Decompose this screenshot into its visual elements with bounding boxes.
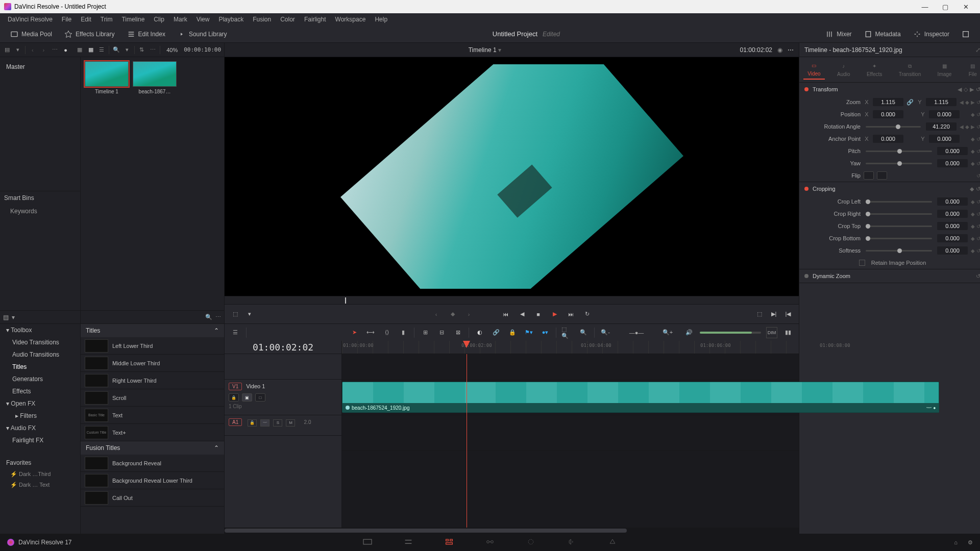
fx-fairlightfx[interactable]: Fairlight FX bbox=[0, 434, 80, 446]
dynamic-zoom-header[interactable]: Dynamic Zoom↺ bbox=[799, 269, 980, 283]
nav-fwd-icon[interactable]: › bbox=[40, 46, 48, 54]
thumb-timeline-1[interactable]: Timeline 1 bbox=[85, 61, 129, 94]
match-frame-icon[interactable]: ⬚ bbox=[754, 309, 765, 320]
page-color[interactable] bbox=[526, 538, 536, 547]
retain-checkbox[interactable] bbox=[859, 260, 865, 266]
tab-audio[interactable]: ♪Audio bbox=[833, 61, 854, 79]
anchor-x-field[interactable]: 0.000 bbox=[873, 135, 903, 143]
anchor-y-field[interactable]: 0.000 bbox=[929, 135, 960, 143]
softness-field[interactable]: 0.000 bbox=[937, 246, 968, 255]
maximize-button[interactable]: ▢ bbox=[935, 0, 955, 13]
prev-edit-icon[interactable]: ‹ bbox=[431, 309, 442, 320]
loop-button[interactable]: ↻ bbox=[582, 309, 593, 320]
master-bin[interactable]: Master bbox=[0, 60, 80, 73]
go-start-button[interactable]: ⏮ bbox=[500, 309, 511, 320]
timeline-scrollbar[interactable] bbox=[225, 528, 799, 534]
menu-trim[interactable]: Trim bbox=[96, 16, 117, 23]
fx-favorites[interactable]: Favorites bbox=[0, 457, 80, 469]
fx-generators[interactable]: Generators bbox=[0, 373, 80, 385]
selection-tool[interactable]: ➤ bbox=[349, 327, 360, 338]
metadata-toggle[interactable]: Metadata bbox=[859, 28, 906, 40]
thumb-beach[interactable]: beach-1867… bbox=[133, 61, 177, 94]
zoom-out-icon[interactable]: 🔍- bbox=[600, 327, 611, 338]
pos-x-field[interactable]: 0.000 bbox=[873, 110, 903, 118]
page-fusion[interactable] bbox=[485, 538, 495, 547]
index-icon[interactable]: ☰ bbox=[230, 327, 241, 338]
sound-library-toggle[interactable]: Sound Library bbox=[173, 28, 232, 40]
title-right-lower-third[interactable]: Right Lower Third bbox=[81, 372, 224, 389]
a1-mute[interactable]: M bbox=[286, 419, 295, 427]
menu-fairlight[interactable]: Fairlight bbox=[300, 16, 331, 23]
crop-left-field[interactable]: 0.000 bbox=[937, 197, 968, 206]
v1-lock-icon[interactable]: 🔒 bbox=[229, 393, 239, 402]
crop-top-field[interactable]: 0.000 bbox=[937, 222, 968, 230]
link-icon[interactable]: 🔗 bbox=[491, 327, 502, 338]
crop-bottom-field[interactable]: 0.000 bbox=[937, 234, 968, 242]
meters-icon[interactable]: ▮▮ bbox=[782, 327, 794, 338]
pitch-slider[interactable] bbox=[866, 151, 932, 152]
effects-library-toggle[interactable]: Effects Library bbox=[59, 28, 119, 40]
next-kf-icon[interactable]: ▶ bbox=[970, 86, 974, 93]
pos-y-field[interactable]: 0.000 bbox=[929, 110, 960, 118]
pitch-field[interactable]: 0.000 bbox=[937, 147, 968, 155]
v1-auto-select[interactable]: ▣ bbox=[242, 393, 252, 402]
zoom-in-icon[interactable]: 🔍+ bbox=[662, 327, 673, 338]
menu-color[interactable]: Color bbox=[276, 16, 300, 23]
filter-icon[interactable]: ▾ bbox=[124, 46, 132, 54]
crop-top-slider[interactable] bbox=[866, 226, 932, 227]
smart-bins-header[interactable]: Smart Bins bbox=[0, 191, 80, 205]
flip-h-button[interactable] bbox=[864, 171, 874, 180]
fusion-call-out[interactable]: Call Out bbox=[81, 489, 224, 507]
title-scroll[interactable]: Scroll bbox=[81, 389, 224, 407]
menu-file[interactable]: File bbox=[57, 16, 76, 23]
link-icon[interactable]: 🔗 bbox=[906, 99, 914, 106]
clip-beach[interactable]: beach-1867524_1920.jpg〰 ◆ bbox=[342, 382, 939, 413]
dim-button[interactable]: DIM bbox=[766, 327, 777, 338]
title-left-lower-third[interactable]: Left Lower Third bbox=[81, 337, 224, 355]
kf-icon[interactable]: ◇ bbox=[964, 86, 968, 93]
fullscreen-toggle[interactable] bbox=[957, 28, 975, 40]
minimize-button[interactable]: — bbox=[915, 0, 935, 13]
v1-header[interactable]: V1Video 1 🔒 ▣ □ 1 Clip bbox=[225, 380, 341, 415]
fx-video-transitions[interactable]: Video Transitions bbox=[0, 336, 80, 348]
menu-app[interactable]: DaVinci Resolve bbox=[3, 16, 57, 23]
metadata-view-icon[interactable]: ▦ bbox=[76, 46, 84, 54]
viewer-opts-icon[interactable]: ⋯ bbox=[788, 46, 794, 54]
menu-clip[interactable]: Clip bbox=[149, 16, 169, 23]
page-media[interactable] bbox=[362, 538, 373, 547]
fusion-titles-category[interactable]: Fusion Titles⌃ bbox=[81, 441, 224, 455]
crop-bottom-slider[interactable] bbox=[866, 238, 932, 239]
nav-back-icon[interactable]: ‹ bbox=[29, 46, 37, 54]
go-end-button[interactable]: ⏭ bbox=[566, 309, 577, 320]
transform-header[interactable]: Transform◀◇▶↺ bbox=[799, 83, 980, 96]
collapse-icon[interactable]: ⌃ bbox=[214, 327, 219, 334]
mixer-toggle[interactable]: Mixer bbox=[820, 28, 856, 40]
crop-right-field[interactable]: 0.000 bbox=[937, 210, 968, 218]
timeline-ruler[interactable]: 01:00:00:00 01:00:02:00 01:00:04:00 01:0… bbox=[342, 341, 799, 354]
menu-view[interactable]: View bbox=[192, 16, 214, 23]
fx-toolbox[interactable]: ▾ Toolbox bbox=[0, 324, 80, 336]
close-button[interactable]: ✕ bbox=[955, 0, 976, 13]
reset-icon[interactable]: ↺ bbox=[976, 86, 980, 93]
page-fairlight[interactable] bbox=[567, 538, 577, 547]
a1-header[interactable]: A1 🔒 〰 S M 2.0 bbox=[225, 415, 341, 436]
overwrite-clip-icon[interactable]: ⊟ bbox=[436, 327, 447, 338]
keywords-bin[interactable]: Keywords bbox=[0, 205, 80, 218]
flip-v-button[interactable] bbox=[877, 171, 887, 180]
tab-image[interactable]: ▦Image bbox=[934, 61, 956, 79]
viewer-scrubber[interactable] bbox=[225, 296, 799, 304]
timeline-lanes[interactable]: beach-1867524_1920.jpg〰 ◆ bbox=[342, 354, 799, 528]
flag-icon[interactable]: ⚑▾ bbox=[523, 327, 534, 338]
fx-search-icon[interactable]: 🔍 bbox=[205, 314, 212, 320]
page-deliver[interactable] bbox=[607, 538, 618, 547]
fx-audio-transitions[interactable]: Audio Transitions bbox=[0, 348, 80, 361]
softness-slider[interactable] bbox=[866, 250, 932, 252]
jump-prev-icon[interactable]: |◀ bbox=[782, 309, 794, 320]
viewer[interactable] bbox=[225, 57, 799, 296]
yaw-slider[interactable] bbox=[866, 163, 932, 164]
fusion-bg-reveal-l3[interactable]: Background Reveal Lower Third bbox=[81, 472, 224, 489]
tab-effects[interactable]: ✦Effects bbox=[863, 61, 886, 79]
expand-icon[interactable]: ⤢ bbox=[975, 46, 980, 54]
menu-mark[interactable]: Mark bbox=[169, 16, 192, 23]
titles-category[interactable]: Titles⌃ bbox=[81, 324, 224, 337]
